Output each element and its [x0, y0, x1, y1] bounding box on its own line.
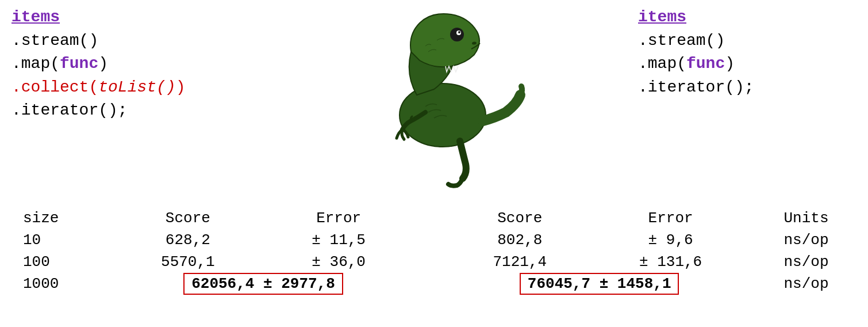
left-score-100: 5570,1	[113, 251, 263, 273]
left-error-10: ± 11,5	[263, 229, 414, 251]
left-iterator-line: .iterator();	[11, 99, 230, 123]
header-left-score: Score	[113, 207, 263, 229]
header-divider	[414, 207, 448, 229]
size-10: 10	[6, 229, 113, 251]
units-10: ns/op	[750, 229, 862, 251]
header-right-score: Score	[448, 207, 591, 229]
table-section: size Score Error Score Error Units 10 62…	[0, 196, 868, 301]
left-collect-line: .collect(toList())	[11, 76, 230, 100]
svg-point-4	[458, 31, 460, 33]
right-iterator-line: .iterator();	[638, 76, 857, 100]
divider-10	[414, 229, 448, 251]
dino-image	[336, 6, 532, 190]
right-highlight-box: 76045,7 ± 1458,1	[520, 273, 679, 295]
size-100: 100	[6, 251, 113, 273]
table-row: 10 628,2 ± 11,5 802,8 ± 9,6 ns/op	[6, 229, 862, 251]
dino-container	[230, 6, 638, 190]
left-highlight-box: 62056,4 ± 2977,8	[183, 273, 343, 295]
left-code-block: items .stream() .map(func) .collect(toLi…	[11, 6, 230, 123]
benchmark-table: size Score Error Score Error Units 10 62…	[6, 207, 862, 295]
main-container: items .stream() .map(func) .collect(toLi…	[0, 0, 868, 327]
left-highlighted-cell: 62056,4 ± 2977,8	[113, 273, 414, 295]
right-score-100: 7121,4	[448, 251, 591, 273]
right-score-10: 802,8	[448, 229, 591, 251]
header-units: Units	[750, 207, 862, 229]
header-right-error: Error	[591, 207, 750, 229]
table-header-row: size Score Error Score Error Units	[6, 207, 862, 229]
left-stream-line: .stream()	[11, 29, 230, 53]
left-items-keyword: items	[11, 8, 60, 26]
right-func-keyword: func	[686, 55, 725, 73]
left-error-100: ± 36,0	[263, 251, 414, 273]
left-tolist-keyword: toList()	[98, 78, 175, 96]
left-score-10: 628,2	[113, 229, 263, 251]
size-1000: 1000	[6, 273, 113, 295]
units-100: ns/op	[750, 251, 862, 273]
header-size: size	[6, 207, 113, 229]
top-section: items .stream() .map(func) .collect(toLi…	[0, 0, 868, 190]
right-map-line: .map(func)	[638, 52, 857, 76]
left-map-line: .map(func)	[11, 52, 230, 76]
right-title: items	[638, 6, 857, 29]
units-1000: ns/op	[750, 273, 862, 295]
right-code-block: items .stream() .map(func) .iterator();	[638, 6, 857, 99]
table-row: 1000 62056,4 ± 2977,8 76045,7 ± 1458,1 n…	[6, 273, 862, 295]
left-func-keyword: func	[60, 55, 98, 73]
divider-1000	[414, 273, 448, 295]
svg-point-2	[450, 28, 464, 41]
right-error-100: ± 131,6	[591, 251, 750, 273]
divider-100	[414, 251, 448, 273]
left-title: items	[11, 6, 230, 29]
right-stream-line: .stream()	[638, 29, 857, 53]
header-left-error: Error	[263, 207, 414, 229]
right-error-10: ± 9,6	[591, 229, 750, 251]
table-row: 100 5570,1 ± 36,0 7121,4 ± 131,6 ns/op	[6, 251, 862, 273]
right-highlighted-cell: 76045,7 ± 1458,1	[448, 273, 750, 295]
right-items-keyword: items	[638, 8, 686, 26]
